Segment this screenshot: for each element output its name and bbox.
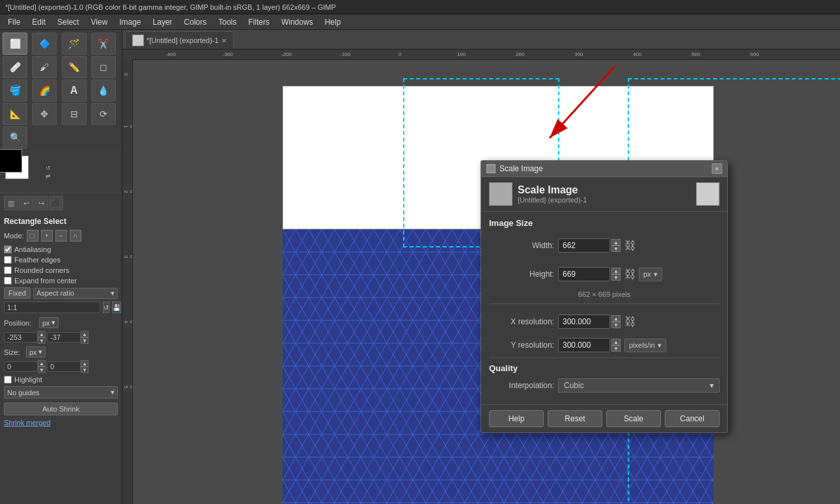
pos-x-down[interactable]: ▼: [38, 337, 46, 344]
size-w-input[interactable]: [4, 361, 38, 372]
ratio-reset-btn[interactable]: ↺: [103, 301, 109, 313]
antialiasing-checkbox[interactable]: [4, 245, 12, 253]
mode-replace-icon[interactable]: ⬚: [27, 230, 38, 242]
width-spin-down[interactable]: ▼: [611, 245, 621, 252]
height-input[interactable]: [558, 267, 610, 281]
canvas-tab[interactable]: *[Untitled] (exported)-1 ✕: [125, 31, 234, 49]
panel-icon-1[interactable]: ▥: [4, 196, 18, 210]
mode-intersect-icon[interactable]: ∩: [70, 230, 81, 242]
pos-x-wrap: ▲ ▼: [4, 331, 46, 344]
fixed-dropdown-icon: ▾: [111, 289, 115, 298]
ratio-save-btn[interactable]: 💾: [112, 301, 121, 313]
pos-y-input[interactable]: [47, 332, 81, 343]
foreground-color-swatch[interactable]: [0, 149, 22, 173]
cancel-button[interactable]: Cancel: [665, 410, 720, 427]
color-swap-icon[interactable]: ⇄: [46, 173, 51, 179]
panel-icon-3[interactable]: ↪: [34, 196, 48, 210]
rounded-corners-checkbox[interactable]: [4, 266, 12, 274]
unit-select[interactable]: px ▾: [639, 268, 662, 281]
dialog-title-left: Scale Image: [486, 164, 543, 173]
y-resolution-input[interactable]: [558, 338, 610, 352]
menu-colors[interactable]: Colors: [179, 16, 212, 28]
panel-icon-4[interactable]: ⬛: [49, 196, 63, 210]
color-swatches[interactable]: [5, 156, 38, 188]
pos-x-input[interactable]: [4, 332, 38, 343]
width-spin-up[interactable]: ▲: [611, 239, 621, 245]
tool-free-select[interactable]: 🔷: [32, 33, 57, 55]
guides-select[interactable]: No guides ▾: [4, 386, 118, 399]
ratio-input[interactable]: [4, 301, 100, 313]
pos-x-up[interactable]: ▲: [38, 331, 46, 337]
tool-heal[interactable]: 🩹: [3, 56, 27, 78]
reset-button[interactable]: Reset: [548, 410, 602, 427]
height-spin-up[interactable]: ▲: [611, 268, 621, 274]
tool-pencil[interactable]: ✏️: [62, 56, 87, 78]
panel-icon-2[interactable]: ↩: [19, 196, 33, 210]
tool-rect-select[interactable]: ⬜: [3, 33, 27, 55]
interpolation-select[interactable]: Cubic ▾: [558, 378, 720, 393]
tool-eraser[interactable]: ◻: [91, 56, 116, 78]
resolution-unit-select[interactable]: pixels/in ▾: [624, 339, 666, 352]
fixed-select[interactable]: Aspect ratio ▾: [33, 288, 118, 299]
y-resolution-spin: ▲ ▼: [611, 339, 621, 352]
tool-bucket[interactable]: 🪣: [3, 79, 27, 102]
size-w-up[interactable]: ▲: [38, 360, 46, 367]
dialog-close-button[interactable]: ×: [712, 163, 722, 174]
feather-edges-checkbox[interactable]: [4, 256, 12, 264]
size-w-down[interactable]: ▼: [38, 367, 46, 373]
pos-y-down[interactable]: ▼: [81, 337, 89, 344]
tool-text[interactable]: A: [62, 79, 87, 102]
tab-close-icon[interactable]: ✕: [221, 37, 227, 44]
tool-eyedropper[interactable]: 💧: [91, 79, 116, 102]
shrink-merged-link[interactable]: Shrink merged: [4, 418, 118, 427]
ruler-v-mark-500: 500: [123, 385, 133, 388]
height-spin-down[interactable]: ▼: [611, 274, 621, 281]
size-h-input[interactable]: [47, 361, 81, 372]
mode-add-icon[interactable]: +: [41, 230, 53, 242]
menu-edit[interactable]: Edit: [27, 16, 51, 28]
tool-gradient[interactable]: 🌈: [32, 79, 57, 102]
width-row: Width: ▲ ▼ ⛓: [489, 233, 720, 258]
y-res-up[interactable]: ▲: [611, 339, 621, 345]
position-unit-select[interactable]: px ▾: [39, 317, 59, 328]
ruler-mark-600: 600: [750, 51, 759, 57]
tool-fuzzy-select[interactable]: 🪄: [62, 33, 87, 55]
pos-y-up[interactable]: ▲: [81, 331, 89, 337]
width-input[interactable]: [558, 238, 610, 253]
tool-align[interactable]: ⊟: [62, 103, 87, 125]
menu-image[interactable]: Image: [114, 16, 146, 28]
y-resolution-label: Y resolution:: [489, 341, 554, 350]
tool-transform[interactable]: ⟳: [91, 103, 116, 125]
help-button[interactable]: Help: [489, 410, 544, 427]
size-unit-select[interactable]: px ▾: [26, 346, 46, 357]
auto-shrink-button[interactable]: Auto Shrink: [4, 402, 118, 415]
tool-crop[interactable]: ✂️: [91, 33, 116, 55]
menu-layer[interactable]: Layer: [148, 16, 178, 28]
ruler-mark-neg100: -100: [340, 51, 350, 57]
size-h-up[interactable]: ▲: [81, 360, 89, 367]
menu-view[interactable]: View: [85, 16, 113, 28]
menu-windows[interactable]: Windows: [276, 16, 318, 28]
tool-clone[interactable]: 🖌: [32, 56, 57, 78]
menu-help[interactable]: Help: [320, 16, 346, 28]
menu-filters[interactable]: Filters: [243, 16, 275, 28]
menu-file[interactable]: File: [3, 16, 25, 28]
resolution-unit-arrow: ▾: [658, 341, 662, 350]
expand-center-checkbox[interactable]: [4, 277, 12, 285]
x-res-up[interactable]: ▲: [611, 315, 621, 322]
menu-select[interactable]: Select: [52, 16, 84, 28]
color-reset-arrows[interactable]: ↺: [46, 165, 51, 171]
height-unit-wrap: ⛓ px ▾: [624, 262, 662, 287]
tool-move[interactable]: ✥: [32, 103, 57, 125]
x-resolution-input[interactable]: [558, 315, 610, 329]
scale-button[interactable]: Scale: [606, 410, 661, 427]
mode-subtract-icon[interactable]: −: [55, 230, 67, 242]
interpolation-label: Interpolation:: [489, 381, 554, 390]
tool-measure[interactable]: 📐: [3, 103, 27, 125]
menu-tools[interactable]: Tools: [213, 16, 242, 28]
size-h-down[interactable]: ▼: [81, 367, 89, 373]
highlight-checkbox[interactable]: [4, 376, 12, 384]
x-res-down[interactable]: ▼: [611, 322, 621, 328]
y-res-down[interactable]: ▼: [611, 345, 621, 352]
tool-zoom[interactable]: 🔍: [3, 126, 27, 148]
